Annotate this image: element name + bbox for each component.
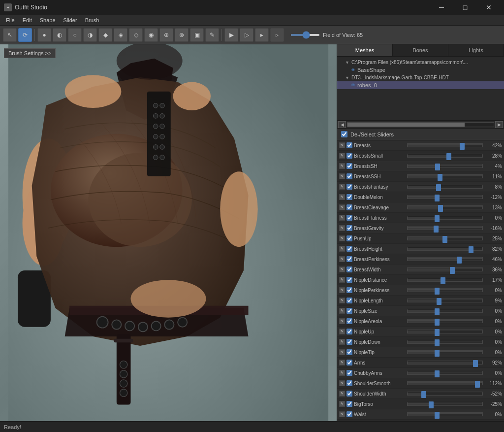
slider-check-20[interactable] [346,349,352,355]
slider-track-20[interactable] [407,350,483,354]
slider-track-1[interactable] [407,154,483,158]
slider-track-8[interactable] [407,226,483,230]
slider-track-0[interactable] [407,143,483,147]
tool-active[interactable]: ▹ [270,28,284,42]
tool-10[interactable]: ⊗ [175,28,189,42]
tool-12[interactable]: ✎ [205,28,219,42]
maximize-button[interactable]: □ [454,0,476,15]
menu-shape[interactable]: Shape [36,16,60,24]
slider-track-18[interactable] [407,330,483,333]
slider-check-5[interactable] [346,194,352,200]
slider-check-8[interactable] [346,225,352,231]
tree-item-0[interactable]: ▼ C:\Program Files (x86)\Steam\steamapps… [337,59,504,66]
slider-pencil-17[interactable]: ✎ [339,318,345,324]
slider-pencil-7[interactable]: ✎ [339,215,345,221]
slider-row[interactable]: ✎ BreastWidth 36% [337,265,504,275]
tab-lights[interactable]: Lights [448,44,504,56]
slider-track-3[interactable] [407,174,483,178]
slider-row[interactable]: ✎ BreastFlatness 0% [337,213,504,223]
slider-check-2[interactable] [346,163,352,169]
slider-pencil-21[interactable]: ✎ [339,360,345,366]
tool-9[interactable]: ⊕ [159,28,173,42]
slider-pencil-18[interactable]: ✎ [339,329,345,334]
slider-check-6[interactable] [346,204,352,210]
slider-track-25[interactable] [407,402,483,406]
slider-track-7[interactable] [407,216,483,220]
slider-pencil-23[interactable]: ✎ [339,380,345,386]
slider-check-1[interactable] [346,153,352,159]
slider-check-4[interactable] [346,184,352,190]
slider-track-23[interactable] [407,381,483,385]
brush-settings-button[interactable]: Brush Settings >> [4,48,56,58]
slider-pencil-2[interactable]: ✎ [339,163,345,169]
slider-check-12[interactable] [346,266,352,272]
slider-track-9[interactable] [407,236,483,240]
slider-row[interactable]: ✎ NippleSize 0% [337,306,504,316]
slider-track-5[interactable] [407,195,483,199]
slider-pencil-16[interactable]: ✎ [339,308,345,314]
sliders-container[interactable]: ✎ Breasts 42% ✎ BreastsSmall 28% ✎ Breas… [337,140,504,421]
slider-track-15[interactable] [407,299,483,302]
tree-item-1[interactable]: 👁 BaseShape [337,66,504,74]
slider-row[interactable]: ✎ BreastGravity -16% [337,223,504,233]
slider-check-10[interactable] [346,246,352,252]
tool-6[interactable]: ◈ [114,28,127,42]
slider-pencil-4[interactable]: ✎ [339,184,345,190]
slider-track-13[interactable] [407,278,483,282]
slider-pencil-20[interactable]: ✎ [339,349,345,355]
slider-pencil-24[interactable]: ✎ [339,391,345,397]
tool-13[interactable]: ▶ [224,28,238,42]
slider-pencil-10[interactable]: ✎ [339,246,345,252]
tree-scrollbar[interactable]: ◀ ▶ [337,121,504,129]
slider-row[interactable]: ✎ NippleAreola 0% [337,316,504,327]
tree-item-2[interactable]: ▼ DT3-LindsMarksmage-Garb-Top-CBBE-HDT [337,74,504,81]
slider-row[interactable]: ✎ BigTorso -25% [337,399,504,409]
slider-row[interactable]: ✎ NippleDown 0% [337,337,504,347]
slider-track-21[interactable] [407,361,483,365]
deselect-sliders-checkbox[interactable] [341,131,347,137]
slider-check-17[interactable] [346,318,352,324]
slider-track-26[interactable] [407,412,483,416]
slider-check-23[interactable] [346,380,352,386]
slider-pencil-19[interactable]: ✎ [339,339,345,345]
menu-brush[interactable]: Brush [81,16,103,24]
tool-14[interactable]: ▷ [240,28,253,42]
slider-row[interactable]: ✎ BreastsSSH 11% [337,171,504,182]
slider-check-11[interactable] [346,256,352,262]
tree-panel[interactable]: ▼ C:\Program Files (x86)\Steam\steamapps… [337,57,504,121]
slider-check-7[interactable] [346,215,352,221]
slider-check-13[interactable] [346,277,352,283]
scroll-track[interactable] [347,122,494,127]
slider-pencil-26[interactable]: ✎ [339,411,345,417]
slider-track-6[interactable] [407,205,483,209]
slider-row[interactable]: ✎ BreastsFantasy 8% [337,182,504,192]
slider-track-19[interactable] [407,340,483,344]
slider-track-22[interactable] [407,371,483,375]
slider-pencil-5[interactable]: ✎ [339,194,345,200]
fov-slider[interactable] [290,34,320,36]
tool-15[interactable]: ▸ [255,28,269,42]
tool-5[interactable]: ◆ [98,28,112,42]
menu-edit[interactable]: Edit [19,16,36,24]
tree-item-3[interactable]: 👁 robes_0 [337,81,504,89]
slider-row[interactable]: ✎ ChubbyArms 0% [337,368,504,378]
slider-track-17[interactable] [407,319,483,323]
tab-meshes[interactable]: Meshes [337,44,393,56]
slider-row[interactable]: ✎ ShoulderSmooth 112% [337,378,504,389]
tool-11[interactable]: ▣ [190,28,204,42]
tab-bones[interactable]: Bones [393,44,448,56]
slider-check-24[interactable] [346,391,352,397]
slider-row[interactable]: ✎ BreastPerkiness 46% [337,254,504,265]
slider-check-14[interactable] [346,287,352,293]
tool-transform[interactable]: ⟳ [18,28,32,42]
slider-track-10[interactable] [407,247,483,251]
viewport[interactable]: Brush Settings >> [0,44,337,421]
slider-track-16[interactable] [407,309,483,313]
slider-row[interactable]: ✎ NippleTip 0% [337,347,504,358]
tool-8[interactable]: ◉ [144,28,158,42]
slider-pencil-3[interactable]: ✎ [339,173,345,179]
slider-check-25[interactable] [346,401,352,407]
slider-check-0[interactable] [346,142,352,148]
slider-row[interactable]: ✎ ShoulderWidth -52% [337,389,504,399]
titlebar-controls[interactable]: ─ □ ✕ [430,0,500,15]
